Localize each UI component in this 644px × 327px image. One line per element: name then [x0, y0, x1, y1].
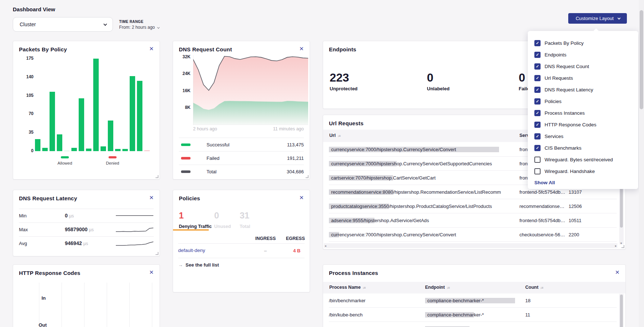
checkbox-checked-icon[interactable]: ✓: [534, 75, 541, 81]
checkbox-checked-icon[interactable]: ✓: [534, 133, 541, 139]
table-row[interactable]: /bin/kube-benchcompliance-benchmarker-*1…: [329, 308, 617, 322]
policy-tab-unused[interactable]: 0Unused: [214, 210, 231, 229]
checkbox-checked-icon[interactable]: ✓: [534, 145, 541, 151]
legend-label: Failed: [207, 155, 219, 161]
table-row[interactable]: currencyservice:7000/hipstershop.Currenc…: [329, 228, 617, 242]
customize-layout-button[interactable]: Customize Layout: [568, 13, 627, 24]
url-cell: cartservice:7070/hipstershop.CartService…: [329, 175, 513, 181]
metric-value: 0: [427, 71, 449, 84]
menu-item-wireguard-handshake[interactable]: Wireguard. Handshake: [534, 165, 638, 177]
highlighted-text: currencyservice:7000/hipstershop.Currenc…: [329, 147, 499, 152]
menu-item-packets-by-policy[interactable]: ✓Packets By Policy: [534, 37, 638, 49]
checkbox-checked-icon[interactable]: ✓: [534, 52, 541, 58]
menu-notch: [593, 28, 599, 34]
legend-value: 113,475: [287, 142, 304, 147]
panel-policies: Policies ✕ 1Denying Traffic0Unused31Tota…: [173, 190, 310, 292]
legend-item-allowed: Allowed: [54, 156, 76, 165]
table-row[interactable]: /bin/benchmarkercompliance-benchmarker-*…: [329, 293, 617, 308]
grid-line: [62, 283, 62, 327]
menu-item-label: Wireguard. Bytes sent/received: [545, 157, 613, 162]
grid-line: [129, 283, 130, 327]
close-icon[interactable]: ✕: [149, 46, 154, 51]
scroll-down-icon[interactable]: ▾: [620, 241, 622, 245]
dashboard-view-select[interactable]: Cluster: [13, 17, 113, 32]
close-icon[interactable]: ✕: [615, 269, 620, 275]
column-header-endpoint[interactable]: Endpoint↓≡: [425, 285, 449, 290]
column-header-count[interactable]: Count↓≡: [525, 285, 543, 290]
show-all-link[interactable]: Show All: [534, 180, 555, 185]
close-icon[interactable]: ✕: [149, 269, 154, 275]
latency-label: Avg: [19, 241, 65, 246]
y-tick-label: 24K: [177, 71, 191, 76]
close-icon[interactable]: ✕: [149, 195, 154, 200]
y-tick-label: 70: [21, 111, 34, 116]
checkbox-unchecked-icon[interactable]: [534, 168, 541, 174]
area-chart: [193, 55, 308, 126]
policy-tab-denying-traffic[interactable]: 1Denying Traffic: [179, 210, 212, 229]
scroll-right-icon[interactable]: ▸: [615, 244, 617, 248]
column-header-process-name[interactable]: Process Name↓≡: [329, 285, 365, 290]
legend-swatch: [61, 156, 69, 158]
menu-item-endpoints[interactable]: ✓Endpoints: [534, 49, 638, 60]
view-select-value: Cluster: [20, 21, 36, 27]
page-scrollbar[interactable]: [639, 0, 644, 327]
menu-item-process-instances[interactable]: ✓Process Instances: [534, 107, 638, 119]
policy-name-link[interactable]: default-deny: [178, 248, 205, 253]
url-cell: recommendationservice:8080/hipstershop.R…: [329, 189, 513, 195]
close-icon[interactable]: ✕: [299, 195, 304, 200]
bar-allowed: [101, 146, 106, 151]
table-row[interactable]: productcatalogservice:3550/hipstershop.P…: [329, 199, 617, 213]
see-full-list-link[interactable]: → See the full list: [178, 262, 219, 268]
column-header-url[interactable]: Url↓≡: [329, 133, 340, 138]
page-title: Dashboard View: [13, 6, 55, 12]
checkbox-checked-icon[interactable]: ✓: [534, 87, 541, 93]
vertical-scrollbar[interactable]: [619, 294, 624, 327]
service-cell: frontend-5fc5754db…: [519, 189, 566, 195]
close-icon[interactable]: ✕: [299, 46, 304, 51]
menu-item-services[interactable]: ✓Services: [534, 130, 638, 142]
menu-item-dns-request-latency[interactable]: ✓DNS Request Latency: [534, 84, 638, 95]
latency-row-max: Max95879000µs: [19, 222, 154, 236]
bar-allowed: [93, 59, 99, 151]
checkbox-checked-icon[interactable]: ✓: [534, 110, 541, 116]
menu-item-dns-request-count[interactable]: ✓DNS Request Count: [534, 60, 638, 72]
policy-tab-total[interactable]: 31Total: [240, 210, 250, 229]
endpoint-cell: compliance-benchmarker-*: [425, 298, 520, 303]
checkbox-unchecked-icon[interactable]: [534, 157, 541, 163]
table-row[interactable]: benchmarkercompliance-benchmarker-*9: [329, 322, 617, 327]
checkbox-checked-icon[interactable]: ✓: [534, 98, 541, 105]
sort-icon: ↓≡: [337, 134, 340, 138]
sparkline-max: [115, 226, 154, 233]
scroll-left-icon[interactable]: ◂: [325, 244, 326, 248]
menu-item-wireguard-bytes-sent-received[interactable]: Wireguard. Bytes sent/received: [534, 154, 638, 165]
y-tick-label: 0: [21, 148, 34, 153]
url-cell: currencyservice:7000/hipstershop.Currenc…: [329, 232, 513, 237]
tab-label: Denying Traffic: [179, 224, 212, 229]
row-label-out: Out: [39, 322, 47, 327]
arrow-right-icon: →: [178, 262, 183, 268]
checkbox-checked-icon[interactable]: ✓: [534, 63, 541, 70]
checkbox-checked-icon[interactable]: ✓: [534, 122, 541, 128]
table-row[interactable]: adservice:9555/hipstershop.AdService/Get…: [329, 213, 617, 228]
horizontal-scrollbar[interactable]: ◂ ▸: [324, 243, 617, 248]
metric-unlabeled: 0Unlabeled: [427, 71, 449, 91]
menu-item-url-requests[interactable]: ✓Url Requests: [534, 72, 638, 84]
url-text: CartService/GetCart: [393, 175, 436, 181]
checkbox-checked-icon[interactable]: ✓: [534, 40, 541, 46]
chevron-down-icon: [103, 22, 107, 26]
menu-item-http-response-codes[interactable]: ✓HTTP Response Codes: [534, 119, 638, 130]
bar-denied: [144, 150, 150, 151]
y-tick-label: 175: [21, 56, 34, 61]
time-range-value[interactable]: From: 2 hours ago: [119, 25, 159, 30]
url-cell: adservice:9555/hipstershop.AdService/Get…: [329, 218, 513, 223]
y-tick-label: 32K: [177, 54, 191, 59]
tab-label: Total: [240, 224, 250, 229]
menu-item-policies[interactable]: ✓Policies: [534, 95, 638, 107]
grid-line: [152, 283, 152, 327]
page-scrollbar-thumb[interactable]: [640, 10, 643, 109]
latency-value: 946942µs: [65, 240, 88, 247]
bar-allowed: [137, 81, 142, 151]
menu-item-cis-benchmarks[interactable]: ✓CIS Benchmarks: [534, 142, 638, 154]
metric-label: Unprotected: [330, 86, 358, 91]
count-cell: 13107: [569, 189, 601, 195]
